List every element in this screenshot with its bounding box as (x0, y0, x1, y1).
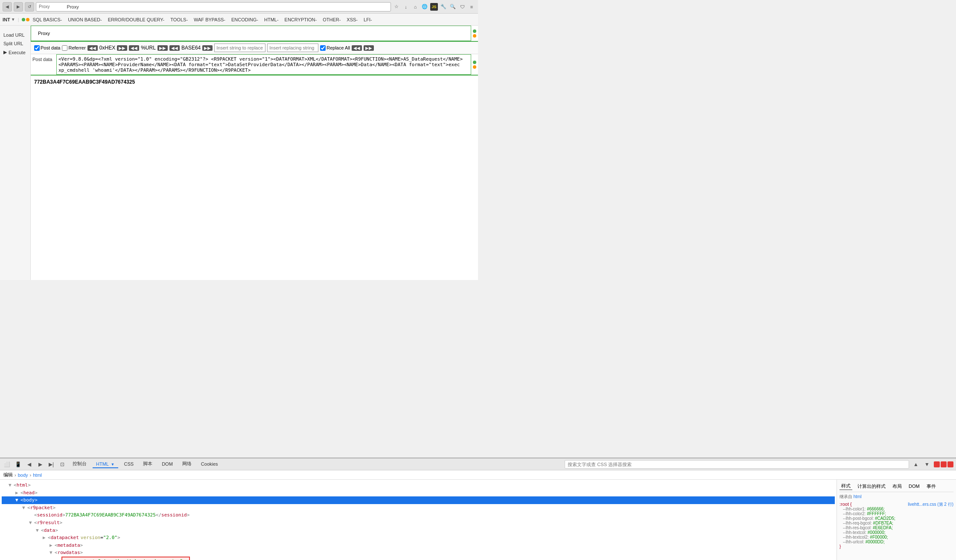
insert-replacing-input[interactable] (267, 44, 318, 52)
toolbar-other[interactable]: OTHER- (320, 16, 343, 23)
toolbar-lfi[interactable]: LFI- (361, 16, 375, 23)
post-data-checkbox[interactable] (34, 45, 40, 51)
toolbar-union-based[interactable]: UNION BASED- (65, 16, 104, 23)
green-dot-1 (22, 18, 25, 21)
replace-right-arrow[interactable]: ▶▶ (364, 45, 374, 51)
search-icon[interactable]: 🔍 (449, 3, 457, 11)
other-label: OTHER- (323, 17, 341, 22)
url-status-dots (471, 26, 478, 41)
toolbar-encoding[interactable]: ENCODING- (229, 16, 261, 23)
xss-label: XSS- (347, 17, 358, 22)
referrer-checkbox[interactable] (62, 45, 67, 51)
execute-icon: ▶ (3, 50, 7, 55)
referrer-checkbox-label[interactable]: Referrer (62, 45, 85, 51)
address-proxy-text: Proxy (67, 4, 79, 9)
int-row (0, 27, 30, 31)
url-left-arrow[interactable]: ◀◀ (129, 45, 139, 51)
address-bar[interactable]: Proxy Proxy (36, 2, 391, 12)
content-area: Post data Referrer ◀◀ 0xHEX ▶▶ ◀◀ %URL ▶… (31, 26, 478, 280)
execute-label: Execute (9, 50, 26, 55)
ext-icon-1[interactable]: 🔧 (440, 3, 447, 11)
reload-icon: ↺ (28, 4, 31, 9)
side-panel: Load URL Split URL ▶ Execute (0, 26, 31, 280)
post-data-area-label: Post data (31, 54, 56, 75)
result-area: 772BA3A4F7C69EAAB9C3F49AD7674325 (31, 76, 478, 88)
referrer-label: Referrer (68, 45, 85, 50)
address-text: Proxy (39, 4, 50, 9)
hex-left-arrow[interactable]: ◀◀ (87, 45, 98, 51)
orange-dot-1 (26, 18, 29, 21)
execute-button[interactable]: ▶ Execute (0, 48, 30, 57)
post-data-checkbox-label[interactable]: Post data (34, 45, 60, 51)
browser-icon-group: ☆ ↓ ⌂ 🌐 JS 🔧 🔍 🛡 ≡ (393, 3, 475, 11)
url-row (31, 26, 478, 42)
base64-label: BASE64 (181, 45, 201, 51)
main-layout: Load URL Split URL ▶ Execute Post data (0, 26, 478, 280)
shield-icon[interactable]: 🛡 (458, 3, 466, 11)
star-icon[interactable]: ☆ (393, 3, 400, 11)
toolbar-sql-basics[interactable]: SQL BASICS- (30, 16, 65, 23)
url-encode-label: %URL (141, 45, 156, 51)
back-icon: ◀ (6, 4, 9, 9)
replace-left-arrow[interactable]: ◀◀ (352, 45, 362, 51)
reload-button[interactable]: ↺ (25, 2, 34, 12)
download-icon[interactable]: ↓ (402, 3, 410, 11)
options-row: Post data Referrer ◀◀ 0xHEX ▶▶ ◀◀ %URL ▶… (31, 42, 478, 54)
forward-button[interactable]: ▶ (14, 2, 23, 12)
toolbar-encryption[interactable]: ENCRYPTION- (282, 16, 320, 23)
result-value: 772BA3A4F7C69EAAB9C3F49AD7674325 (34, 79, 135, 85)
post-data-area: Post data <Ver=9.8.0&dp=<?xml version="1… (31, 54, 478, 76)
post-data-status-dots (471, 54, 478, 75)
globe-icon[interactable]: 🌐 (421, 3, 428, 11)
int-label: INT (3, 17, 10, 22)
browser-toolbar: ◀ ▶ ↺ Proxy Proxy ☆ ↓ ⌂ 🌐 JS 🔧 🔍 🛡 ≡ (0, 0, 478, 14)
replace-all-checkbox-label[interactable]: Replace All (320, 45, 350, 51)
hex-right-arrow[interactable]: ▶▶ (117, 45, 127, 51)
js-icon[interactable]: JS (430, 3, 438, 11)
base64-left-arrow[interactable]: ◀◀ (169, 45, 180, 51)
split-url-label: Split URL (3, 41, 23, 46)
encryption-label: ENCRYPTION- (285, 17, 317, 22)
url-input[interactable] (35, 28, 467, 38)
lfi-label: LFI- (364, 17, 372, 22)
hex-label: 0xHEX (99, 45, 115, 51)
url-dot-orange (473, 34, 476, 38)
main-toolbar: INT ▼ | SQL BASICS- UNION BASED- ERROR/D… (0, 14, 478, 26)
home-icon[interactable]: ⌂ (411, 3, 419, 11)
back-button[interactable]: ◀ (3, 2, 12, 12)
menu-icon[interactable]: ≡ (468, 3, 475, 11)
int-dropdown[interactable]: ▼ (11, 17, 15, 22)
url-right-arrow[interactable]: ▶▶ (157, 45, 168, 51)
tools-label: TOOLS- (170, 17, 188, 22)
encoding-label: ENCODING- (231, 17, 258, 22)
replace-all-checkbox[interactable] (320, 45, 326, 51)
toolbar-xss[interactable]: XSS- (344, 16, 360, 23)
html-label: HTML- (264, 17, 279, 22)
post-data-textarea[interactable]: <Ver=9.8.0&dp=<?xml version="1.0" encodi… (56, 54, 471, 75)
url-input-container (31, 26, 471, 41)
union-based-label: UNION BASED- (68, 17, 102, 22)
post-dot-orange (473, 65, 476, 69)
spacer (31, 88, 478, 280)
error-double-label: ERROR/DOUBLE QUERY- (108, 17, 165, 22)
split-url-button[interactable]: Split URL (0, 39, 30, 48)
sql-basics-label: SQL BASICS- (33, 17, 62, 22)
load-url-button[interactable]: Load URL (0, 31, 30, 39)
toolbar-waf-bypass[interactable]: WAF BYPASS- (191, 16, 228, 23)
post-data-option-label: Post data (41, 45, 60, 50)
toolbar-error-double[interactable]: ERROR/DOUBLE QUERY- (105, 16, 167, 23)
replace-all-label: Replace All (326, 45, 350, 50)
post-dot-green (473, 61, 476, 64)
toolbar-tools[interactable]: TOOLS- (168, 16, 190, 23)
url-dot-green (473, 29, 476, 33)
insert-string-input[interactable] (214, 44, 265, 52)
load-url-label: Load URL (3, 32, 25, 38)
toolbar-html[interactable]: HTML- (262, 16, 281, 23)
forward-icon: ▶ (17, 4, 20, 9)
waf-bypass-label: WAF BYPASS- (194, 17, 225, 22)
base64-right-arrow[interactable]: ▶▶ (202, 45, 213, 51)
